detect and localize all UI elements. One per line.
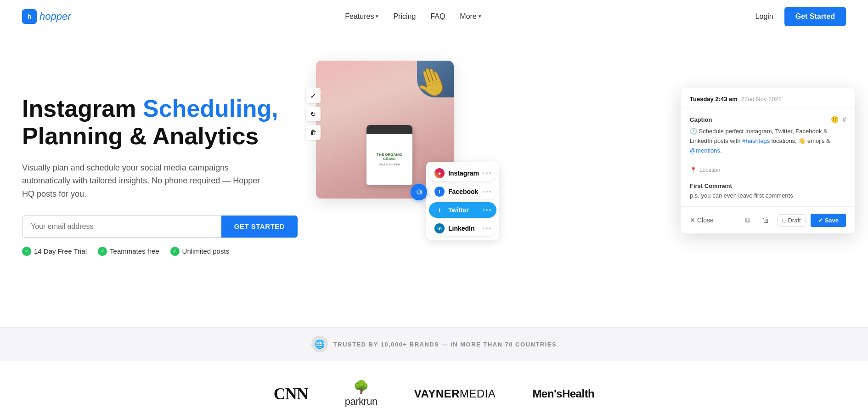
caption-icons: 🙂 #	[831, 116, 846, 123]
logo[interactable]: h hopper	[22, 9, 71, 24]
delete-composer-button[interactable]: 🗑	[759, 213, 773, 227]
trusted-banner: 🌐 TRUSTED BY 10,000+ BRANDS — IN MORE TH…	[0, 327, 868, 361]
composer-footer-right: ⧉ 🗑 □ Draft ✓ Save	[741, 213, 846, 227]
instagram-icon: ●	[434, 168, 445, 178]
logo-vaynermedia: VAYNERMEDIA	[414, 387, 496, 400]
composer-time: Tuesday 2:43 am 22nd Nov 2022	[690, 96, 846, 102]
social-twitter[interactable]: t Twitter	[429, 202, 496, 218]
logos-section: CNN 🌳 parkrun VAYNERMEDIA Men'sHealth	[0, 361, 868, 420]
emoji-icon[interactable]: 🙂	[831, 116, 839, 123]
nav-links: Features Pricing FAQ More	[345, 12, 481, 21]
facebook-label: Facebook	[448, 188, 478, 195]
composer-footer: ✕ Close ⧉ 🗑 □ Draft ✓ Save	[681, 206, 855, 233]
hero-title: Instagram Scheduling, Planning & Analyti…	[22, 95, 298, 150]
social-facebook[interactable]: f Facebook	[429, 184, 496, 199]
trusted-text: TRUSTED BY 10,000+ BRANDS — IN MORE THAN…	[333, 341, 557, 348]
hero-section: Instagram Scheduling, Planning & Analyti…	[0, 33, 868, 327]
composer-caption-text: 🕐 Schedule perfect Instagram, Twitter, F…	[690, 127, 846, 155]
first-comment-text: p.s. you can even leave first comments	[690, 192, 846, 199]
first-comment-label: First Comment	[690, 182, 846, 189]
nav-features[interactable]: Features	[345, 12, 378, 21]
parkrun-icon: 🌳	[353, 380, 369, 395]
close-button[interactable]: ✕ Close	[690, 216, 714, 224]
nav-more[interactable]: More	[460, 12, 481, 21]
vaynermedia-logo: VAYNERMEDIA	[414, 387, 496, 400]
social-network-list: ● Instagram f Facebook t Twitter	[426, 162, 499, 240]
logo-cnn: CNN	[274, 384, 308, 403]
copy-button[interactable]: ⧉	[411, 184, 427, 200]
composer-header: Tuesday 2:43 am 22nd Nov 2022	[681, 88, 855, 108]
nav-right: Login Get Started	[755, 7, 846, 26]
navbar: h hopper Features Pricing FAQ More Login…	[0, 0, 868, 33]
hashtag-icon[interactable]: #	[842, 116, 846, 123]
draft-square-icon: □	[783, 217, 786, 224]
hero-subtitle: Visually plan and schedule your social m…	[22, 161, 270, 201]
menshealth-logo: Men'sHealth	[532, 387, 594, 400]
hero-badges: ✓ 14 Day Free Trial ✓ Teammates free ✓ U…	[22, 247, 298, 256]
hero-right-mockup: 🤚 THE ORGANICCRAVE SALT & PEPPER ⤢ ↻ 🗑 ⧉	[298, 61, 846, 290]
logo-parkrun: 🌳 parkrun	[345, 380, 378, 408]
twitter-icon: t	[434, 205, 445, 215]
hero-form: GET STARTED	[22, 216, 298, 238]
parkrun-logo: 🌳 parkrun	[345, 380, 378, 408]
product-bag: THE ORGANICCRAVE SALT & PEPPER	[366, 125, 412, 185]
social-instagram[interactable]: ● Instagram	[429, 165, 496, 181]
check-icon-2: ✓	[98, 247, 107, 256]
instagram-label: Instagram	[448, 170, 479, 177]
cnn-logo: CNN	[274, 384, 308, 403]
copy-composer-button[interactable]: ⧉	[741, 213, 755, 227]
nav-pricing[interactable]: Pricing	[393, 12, 416, 21]
save-button[interactable]: ✓ Save	[811, 214, 846, 227]
logo-menshealth: Men'sHealth	[532, 387, 594, 400]
social-linkedin[interactable]: in LinkedIn	[429, 221, 496, 236]
parkrun-text: parkrun	[345, 396, 378, 408]
location-pin-icon: 📍	[690, 167, 697, 173]
globe-icon: 🌐	[311, 336, 328, 352]
save-checkmark-icon: ✓	[818, 217, 823, 224]
rotate-tool[interactable]: ↻	[306, 107, 321, 121]
logo-icon: h	[22, 9, 37, 24]
composer-location[interactable]: 📍 Location	[690, 163, 846, 177]
caption-label: Caption 🙂 #	[690, 116, 846, 123]
composer-first-comment: First Comment p.s. you can even leave fi…	[690, 182, 846, 199]
instagram-dots	[483, 172, 491, 174]
facebook-dots	[483, 191, 491, 193]
facebook-icon: f	[434, 187, 445, 197]
composer-body: Caption 🙂 # 🕐 Schedule perfect Instagram…	[681, 108, 855, 206]
crop-tool[interactable]: ⤢	[306, 88, 321, 103]
linkedin-dots	[483, 227, 491, 229]
badge-free-trial: ✓ 14 Day Free Trial	[22, 247, 87, 256]
close-x-icon: ✕	[690, 216, 695, 224]
badge-teammates: ✓ Teammates free	[98, 247, 159, 256]
check-icon-3: ✓	[170, 247, 180, 256]
draft-button[interactable]: □ Draft	[778, 214, 806, 227]
post-composer: Tuesday 2:43 am 22nd Nov 2022 Caption 🙂 …	[681, 88, 855, 233]
hero-cta-button[interactable]: GET STARTED	[221, 216, 298, 238]
check-icon-1: ✓	[22, 247, 31, 256]
nav-faq[interactable]: FAQ	[430, 12, 445, 21]
badge-unlimited: ✓ Unlimited posts	[170, 247, 230, 256]
hero-left: Instagram Scheduling, Planning & Analyti…	[22, 95, 298, 256]
mockup-tools: ⤢ ↻ 🗑	[306, 88, 321, 140]
delete-tool[interactable]: 🗑	[306, 125, 321, 140]
email-input[interactable]	[22, 216, 221, 238]
linkedin-label: LinkedIn	[448, 225, 475, 232]
login-button[interactable]: Login	[755, 12, 773, 21]
twitter-label: Twitter	[448, 206, 469, 214]
linkedin-icon: in	[434, 223, 445, 233]
logo-text: hopper	[39, 11, 71, 23]
twitter-dots	[483, 209, 491, 211]
get-started-nav-button[interactable]: Get Started	[784, 7, 846, 26]
